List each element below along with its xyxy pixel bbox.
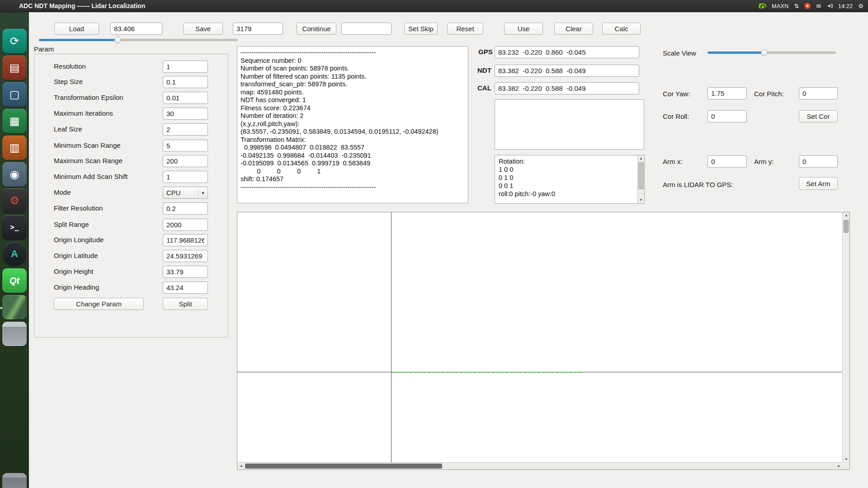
- param-input-split-range[interactable]: [163, 219, 208, 231]
- param-input-resolution[interactable]: [163, 61, 208, 73]
- dock-icon-text-editor[interactable]: ▢: [2, 82, 27, 107]
- param-label-minimum-scan-range: Minimum Scan Range: [54, 141, 121, 149]
- param-label-origin-longitude: Origin Longitude: [54, 236, 104, 244]
- cal-value-field[interactable]: [495, 82, 639, 94]
- cor-roll-input[interactable]: [708, 110, 747, 122]
- dock-icon-software-center[interactable]: ◉: [2, 162, 27, 187]
- split-button[interactable]: Split: [163, 298, 208, 310]
- cor-pitch-input[interactable]: [799, 87, 838, 99]
- files-icon: ▤: [9, 62, 20, 73]
- sequence-slider-fill: [39, 39, 119, 41]
- canvas-scroll-up-icon[interactable]: ▲: [843, 212, 849, 219]
- param-input-leaf-size[interactable]: [163, 123, 208, 136]
- continue-value-input[interactable]: [341, 23, 392, 35]
- clear-button[interactable]: Clear: [554, 23, 593, 35]
- canvas-horizontal-scrollbar[interactable]: ◄ ►: [237, 462, 843, 469]
- param-input-origin-latitude[interactable]: [163, 250, 208, 262]
- dock-icon-spreadsheet[interactable]: ▦: [2, 109, 27, 133]
- dock-icon-terminal[interactable]: >_: [2, 215, 27, 239]
- scroll-down-icon[interactable]: ▼: [638, 197, 644, 203]
- letter-a-icon: A: [11, 249, 18, 259]
- volume-icon[interactable]: ◄)): [826, 4, 833, 8]
- canvas-scroll-down-icon[interactable]: ▼: [843, 456, 849, 463]
- calc-button[interactable]: Calc: [602, 23, 641, 35]
- dock-icon-qt-creator[interactable]: Qt: [2, 268, 27, 293]
- load-button[interactable]: Load: [54, 23, 99, 35]
- ndt-log-panel[interactable]: ----------------------------------------…: [237, 46, 468, 203]
- canvas-hscroll-thumb[interactable]: [245, 464, 442, 469]
- mode-selected-value: CPU: [166, 189, 181, 197]
- arm-x-input[interactable]: [708, 155, 747, 168]
- param-label-filter-resolution: Filter Resolution: [54, 204, 103, 212]
- rotation-scroll-thumb[interactable]: [638, 162, 644, 189]
- cor-roll-label: Cor Roll:: [663, 113, 689, 120]
- canvas-vertical-scrollbar[interactable]: ▲ ▼: [842, 212, 849, 463]
- dock-icon-file-manager[interactable]: ▤: [2, 56, 27, 80]
- nvidia-icon[interactable]: [759, 3, 766, 9]
- param-label-mode: Mode: [54, 188, 71, 196]
- continue-button[interactable]: Conitinue: [297, 23, 336, 35]
- point-cloud-viewport[interactable]: [237, 212, 843, 463]
- rotation-panel[interactable]: Rotation: 1 0 0 0 1 0 0 0 1 roll:0 pitch…: [495, 155, 645, 204]
- window-title: ADC NDT Mapping ------ Lidar Localizatio…: [0, 2, 145, 9]
- arm-y-input[interactable]: [799, 155, 838, 168]
- mail-icon[interactable]: ✉: [816, 3, 821, 9]
- param-input-minimum-add-scan-shift[interactable]: [163, 171, 208, 183]
- save-button[interactable]: Save: [183, 23, 223, 35]
- load-value-input[interactable]: [110, 23, 162, 35]
- network-arrows-icon[interactable]: ⇅: [794, 3, 799, 9]
- dock-icon-printer[interactable]: [2, 322, 27, 346]
- ndt-value-field[interactable]: [495, 65, 639, 77]
- scroll-up-icon[interactable]: ▲: [638, 155, 644, 162]
- param-input-minimum-scan-range[interactable]: [163, 140, 208, 152]
- param-input-maximum-iterations[interactable]: [163, 108, 208, 120]
- scrollbar-corner: [842, 462, 849, 469]
- dock-icon-visualizer[interactable]: ▸: [2, 295, 27, 319]
- param-input-origin-heading[interactable]: [163, 282, 208, 294]
- cal-label: CAL: [477, 84, 491, 92]
- set-skip-button[interactable]: Set Skip: [404, 23, 438, 35]
- param-label-step-size: Step Size: [54, 78, 83, 85]
- param-input-filter-resolution[interactable]: [163, 202, 208, 215]
- scale-slider-handle[interactable]: [761, 49, 768, 56]
- cor-yaw-input[interactable]: [708, 87, 747, 99]
- save-value-input[interactable]: [233, 23, 283, 35]
- system-topbar: ADC NDT Mapping ------ Lidar Localizatio…: [0, 0, 868, 12]
- use-button[interactable]: Use: [504, 23, 543, 35]
- set-cor-button[interactable]: Set Cor: [799, 110, 838, 122]
- dock-icon-ide[interactable]: A: [2, 242, 27, 266]
- session-gear-icon[interactable]: ⚙: [858, 3, 863, 9]
- sequence-slider-handle[interactable]: [114, 37, 121, 43]
- param-label-minimum-add-scan-shift: Minimum Add Scan Shift: [54, 173, 127, 180]
- grid-icon: ▦: [9, 116, 20, 127]
- gps-value-field[interactable]: [495, 46, 639, 58]
- dock-icon-trash[interactable]: [2, 473, 27, 488]
- launcher-dock: ⟳ ▤ ▢ ▦ ▥ ◉ ⚙ >_ A Qt ▸: [0, 12, 29, 488]
- param-input-transformation-epsilon[interactable]: [163, 92, 208, 104]
- canvas-scroll-left-icon[interactable]: ◄: [237, 463, 245, 469]
- rotation-scrollbar[interactable]: ▲ ▼: [637, 155, 644, 203]
- param-input-origin-height[interactable]: [163, 266, 208, 278]
- param-input-step-size[interactable]: [163, 76, 208, 88]
- dock-icon-system-tools[interactable]: ⚙: [2, 188, 27, 213]
- reset-button[interactable]: Reset: [447, 23, 483, 35]
- dock-icon-presentation[interactable]: ▥: [2, 136, 27, 160]
- refresh-icon: ⟳: [10, 36, 19, 47]
- app-window: Load Save Conitinue Set Skip Reset Use C…: [29, 12, 868, 488]
- change-param-button[interactable]: Change Param: [54, 298, 144, 310]
- canvas-vscroll-thumb[interactable]: [844, 220, 849, 233]
- set-arm-button[interactable]: Set Arm: [799, 177, 838, 190]
- sphere-icon: ◉: [10, 169, 19, 180]
- param-input-origin-longitude[interactable]: [163, 234, 208, 246]
- qt-logo-icon: Qt: [9, 276, 19, 285]
- arm-note-label: Arm is LIDAR TO GPS:: [663, 181, 733, 188]
- updater-icon[interactable]: [804, 3, 811, 9]
- canvas-scroll-right-icon[interactable]: ►: [835, 463, 843, 469]
- param-input-maximum-scan-range[interactable]: [163, 155, 208, 167]
- chevron-down-icon: ▾: [198, 190, 204, 196]
- param-label-origin-latitude: Origin Latitude: [54, 252, 98, 259]
- clock[interactable]: 14:22: [838, 3, 853, 9]
- dock-icon-builder[interactable]: ⟳: [2, 29, 27, 53]
- mode-select[interactable]: CPU ▾: [163, 187, 208, 199]
- param-label-leaf-size: Leaf Size: [54, 125, 82, 133]
